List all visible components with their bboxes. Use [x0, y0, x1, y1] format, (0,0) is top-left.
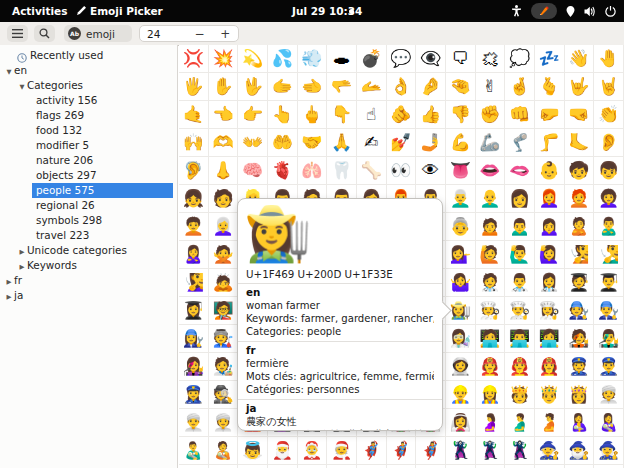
- emoji-cell[interactable]: 👩‍🍼: [594, 409, 624, 437]
- emoji-cell[interactable]: 👁️‍🗨️: [416, 45, 446, 73]
- emoji-cell[interactable]: 👩‍🦳: [209, 213, 239, 241]
- focused-app-name[interactable]: Emoji Picker: [90, 0, 163, 22]
- emoji-cell[interactable]: ✌: [476, 73, 506, 101]
- emoji-cell[interactable]: 🫄: [535, 409, 565, 437]
- emoji-cell[interactable]: 👀: [387, 157, 417, 185]
- emoji-cell[interactable]: 👩: [505, 185, 535, 213]
- emoji-cell[interactable]: 🗯: [476, 45, 506, 73]
- emoji-cell[interactable]: 💣: [357, 45, 387, 73]
- emoji-cell[interactable]: 🧑‍🚒: [476, 353, 506, 381]
- emoji-cell[interactable]: 👨‍🍳: [505, 297, 535, 325]
- emoji-cell[interactable]: 🧙‍♂️: [565, 437, 595, 465]
- emoji-cell[interactable]: 👷‍♂️: [446, 381, 476, 409]
- emoji-cell[interactable]: 🧑‍🎨: [209, 353, 239, 381]
- expander-down-icon[interactable]: ▼: [17, 80, 27, 95]
- sidebar-item-ja[interactable]: ▶ja: [0, 288, 178, 303]
- emoji-cell[interactable]: 👧: [179, 185, 209, 213]
- emoji-cell[interactable]: 👳: [594, 381, 624, 409]
- emoji-cell[interactable]: 👇: [327, 101, 357, 129]
- emoji-cell[interactable]: 🤴: [535, 381, 565, 409]
- emoji-cell[interactable]: ✋: [209, 73, 239, 101]
- sidebar-item-flags-269[interactable]: flags 269: [0, 108, 178, 123]
- emoji-cell[interactable]: 🤘: [594, 73, 624, 101]
- emoji-cell[interactable]: 👋: [565, 45, 595, 73]
- emoji-cell[interactable]: 👅: [446, 157, 476, 185]
- emoji-cell[interactable]: 👩‍🚒: [535, 353, 565, 381]
- emoji-cell[interactable]: 💥: [209, 45, 239, 73]
- expander-down-icon[interactable]: ▼: [4, 65, 14, 80]
- emoji-cell[interactable]: 🙋: [476, 241, 506, 269]
- emoji-cell[interactable]: 👨‍🍼: [179, 437, 209, 465]
- expander-right-icon[interactable]: ▶: [17, 260, 27, 275]
- emoji-cell[interactable]: 🦹‍♂️: [476, 437, 506, 465]
- emoji-cell[interactable]: 🧑‍🎄: [327, 437, 357, 465]
- emoji-cell[interactable]: 🫀: [268, 157, 298, 185]
- emoji-cell[interactable]: 🖖: [238, 73, 268, 101]
- emoji-cell[interactable]: 🙎: [565, 213, 595, 241]
- emoji-cell[interactable]: 🧑‍🎤: [565, 325, 595, 353]
- expander-right-icon[interactable]: ▶: [17, 245, 27, 260]
- sidebar-item-activity-156[interactable]: activity 156: [0, 93, 178, 108]
- emoji-cell[interactable]: 🫃: [505, 409, 535, 437]
- emoji-cell[interactable]: 🧑‍⚕️: [476, 269, 506, 297]
- emoji-cell[interactable]: 🧑‍🏫: [209, 297, 239, 325]
- emoji-cell[interactable]: 🙋‍♀️: [535, 241, 565, 269]
- emoji-cell[interactable]: 🧠: [238, 157, 268, 185]
- search-button[interactable]: [34, 25, 55, 42]
- emoji-cell[interactable]: 👄: [476, 157, 506, 185]
- power-icon[interactable]: [605, 6, 616, 17]
- emoji-cell[interactable]: 🙌: [179, 129, 209, 157]
- emoji-cell[interactable]: 👨‍⚕️: [505, 269, 535, 297]
- emoji-cell[interactable]: ☝: [357, 101, 387, 129]
- emoji-cell[interactable]: 🦵: [535, 129, 565, 157]
- expander-right-icon[interactable]: ▶: [4, 275, 14, 290]
- emoji-cell[interactable]: 👩‍💻: [535, 325, 565, 353]
- emoji-cell[interactable]: 🫳: [327, 73, 357, 101]
- emoji-cell[interactable]: 🤶: [298, 437, 328, 465]
- menu-button[interactable]: [7, 25, 28, 42]
- emoji-cell[interactable]: 👁: [416, 157, 446, 185]
- emoji-cell[interactable]: 💪: [446, 129, 476, 157]
- activities-button[interactable]: Activities: [12, 0, 67, 22]
- emoji-cell[interactable]: ✍: [357, 129, 387, 157]
- emoji-cell[interactable]: 👮: [565, 353, 595, 381]
- emoji-cell[interactable]: 👎: [446, 101, 476, 129]
- emoji-font-selector[interactable]: Ab emoji: [64, 25, 132, 42]
- emoji-cell[interactable]: 🧑‍🎓: [565, 269, 595, 297]
- emoji-cell[interactable]: 🤳: [416, 129, 446, 157]
- emoji-cell[interactable]: 👵: [446, 213, 476, 241]
- emoji-cell[interactable]: 👩‍🦱: [594, 185, 624, 213]
- sidebar-item-modifier-5[interactable]: modifier 5: [0, 138, 178, 153]
- emoji-cell[interactable]: 🫁: [298, 157, 328, 185]
- sidebar-item-regional-26[interactable]: regional 26: [0, 198, 178, 213]
- emoji-cell[interactable]: 🎅: [268, 437, 298, 465]
- emoji-cell[interactable]: 💦: [268, 45, 298, 73]
- emoji-cell[interactable]: 🤌: [416, 73, 446, 101]
- location-icon[interactable]: [566, 6, 575, 17]
- emoji-cell[interactable]: 🙍: [476, 213, 506, 241]
- emoji-cell[interactable]: 💬: [387, 45, 417, 73]
- emoji-cell[interactable]: 🫦: [505, 157, 535, 185]
- emoji-cell[interactable]: 🙅: [209, 241, 239, 269]
- emoji-cell[interactable]: 👰‍♀️: [446, 409, 476, 437]
- emoji-cell[interactable]: 👨‍🎤: [594, 325, 624, 353]
- emoji-cell[interactable]: 🦿: [505, 129, 535, 157]
- emoji-cell[interactable]: 🙍‍♂️: [505, 213, 535, 241]
- emoji-cell[interactable]: 💁‍♀️: [446, 241, 476, 269]
- emoji-cell[interactable]: 🙎‍♀️: [179, 241, 209, 269]
- sidebar-item-travel-223[interactable]: travel 223: [0, 228, 178, 243]
- emoji-cell[interactable]: 🦻: [179, 157, 209, 185]
- emoji-cell[interactable]: 🤝: [298, 129, 328, 157]
- increase-size-button[interactable]: +: [212, 27, 238, 41]
- emoji-cell[interactable]: 🙍‍♀️: [535, 213, 565, 241]
- emoji-cell[interactable]: 🫅: [505, 381, 535, 409]
- emoji-cell[interactable]: 🧑‍🏭: [209, 325, 239, 353]
- emoji-cell[interactable]: 👨‍🦲: [476, 185, 506, 213]
- sidebar-item-categories[interactable]: ▼Categories: [0, 78, 178, 93]
- emoji-cell[interactable]: 👩‍🍳: [535, 297, 565, 325]
- sidebar-item-symbols-298[interactable]: symbols 298: [0, 213, 178, 228]
- sidebar-item-unicode-categories[interactable]: ▶Unicode categories: [0, 243, 178, 258]
- emoji-cell[interactable]: 💅: [387, 129, 417, 157]
- emoji-cell[interactable]: 👆: [268, 101, 298, 129]
- emoji-cell[interactable]: 💫: [238, 45, 268, 73]
